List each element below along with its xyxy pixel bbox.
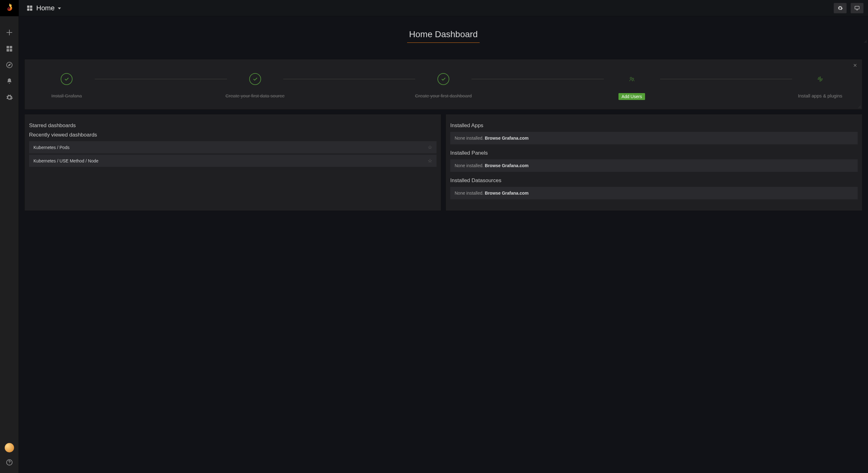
add-users-button[interactable]: Add Users (618, 93, 645, 100)
svg-rect-11 (27, 8, 29, 10)
svg-rect-2 (10, 46, 12, 48)
gs-step-label: Install apps & plugins (798, 93, 842, 98)
compass-icon (6, 61, 13, 69)
svg-point-16 (819, 78, 821, 80)
body-columns: Starred dashboards Recently viewed dashb… (24, 114, 862, 211)
installed-panels-empty: None installed. Browse Grafana.com (450, 159, 858, 172)
nav-bottom (0, 443, 19, 473)
browse-link[interactable]: Browse Grafana.com (485, 191, 529, 196)
view-mode-button[interactable] (850, 3, 864, 13)
svg-rect-10 (30, 5, 32, 7)
starred-dashboards-title: Starred dashboards (29, 123, 436, 129)
dashboards-grid-icon (6, 45, 13, 53)
nav-configuration[interactable] (0, 91, 19, 104)
svg-point-19 (820, 80, 821, 81)
plugins-panel: Installed Apps None installed. Browse Gr… (445, 114, 862, 211)
nav-create[interactable] (0, 26, 19, 39)
svg-rect-9 (27, 5, 29, 7)
bell-icon (6, 77, 13, 85)
svg-rect-3 (6, 49, 9, 52)
recent-dashboard-row[interactable]: Kubernetes / Pods ☆ (29, 141, 436, 154)
installed-panels-title: Installed Panels (450, 150, 858, 156)
apps-icon (814, 73, 827, 85)
svg-point-8 (9, 464, 10, 464)
installed-ds-empty: None installed. Browse Grafana.com (450, 187, 858, 199)
getting-started-panel: ✕ Install Grafana Create your first data… (24, 59, 862, 110)
nav-help[interactable] (0, 455, 19, 469)
dashboards-panel: Starred dashboards Recently viewed dashb… (24, 114, 441, 211)
gs-step-label: Create your first dashboard (415, 93, 472, 98)
dashboard-settings-button[interactable] (834, 3, 847, 13)
gs-step-label: Install Grafana (51, 93, 82, 98)
check-circle-icon (437, 73, 449, 85)
gs-connector (471, 79, 604, 79)
resize-handle-icon[interactable] (864, 40, 867, 43)
check-circle-icon (249, 73, 261, 85)
user-avatar[interactable] (5, 443, 14, 452)
svg-rect-12 (30, 8, 32, 10)
help-icon (6, 459, 13, 466)
svg-line-28 (821, 80, 822, 80)
dashboard-link: Kubernetes / Pods (33, 145, 69, 150)
header-right (834, 3, 864, 13)
empty-text: None installed. (455, 191, 485, 196)
nav-items (0, 26, 19, 104)
star-icon[interactable]: ☆ (428, 144, 432, 150)
svg-rect-1 (6, 46, 9, 48)
recent-dashboards-title: Recently viewed dashboards (29, 132, 436, 138)
nav-alerting[interactable] (0, 74, 19, 88)
gs-connector (660, 79, 792, 79)
installed-datasources-title: Installed Datasources (450, 177, 858, 184)
gs-step-add-users: Add Users (604, 73, 660, 100)
gear-icon (837, 5, 843, 11)
monitor-icon (854, 5, 860, 11)
gs-connector (95, 79, 227, 79)
chevron-down-icon (58, 7, 61, 9)
grafana-logo-icon (4, 3, 15, 13)
nav-explore[interactable] (0, 58, 19, 72)
dashboard-title: Home (36, 4, 55, 12)
close-getting-started[interactable]: ✕ (853, 63, 857, 68)
gs-step-data-source: Create your first data source (227, 73, 283, 98)
gs-step-label: Create your first data source (225, 93, 284, 98)
empty-text: None installed. (455, 163, 485, 168)
gs-step-dashboard: Create your first dashboard (415, 73, 471, 98)
getting-started-steps: Install Grafana Create your first data s… (32, 73, 855, 100)
main: Home Home Dashboard ✕ Install Grafana (19, 0, 868, 473)
nav-rail (0, 0, 19, 473)
star-icon[interactable]: ☆ (428, 158, 432, 164)
nav-dashboards[interactable] (0, 42, 19, 56)
svg-point-0 (8, 8, 10, 10)
gs-step-plugins[interactable]: Install apps & plugins (792, 73, 848, 98)
svg-point-21 (818, 79, 819, 80)
svg-point-17 (820, 77, 821, 78)
empty-text: None installed. (455, 136, 485, 141)
installed-apps-empty: None installed. Browse Grafana.com (450, 132, 858, 144)
top-header: Home (19, 0, 868, 16)
check-circle-icon (61, 73, 72, 85)
svg-marker-6 (8, 64, 10, 66)
svg-rect-13 (855, 6, 859, 9)
page-title-row: Home Dashboard (19, 29, 868, 43)
svg-point-23 (822, 79, 823, 80)
dashboard-dropdown[interactable]: Home (24, 3, 63, 13)
svg-point-15 (632, 78, 634, 80)
gs-connector (283, 79, 415, 79)
gear-icon (6, 94, 13, 101)
installed-apps-title: Installed Apps (450, 123, 858, 129)
recent-dashboard-row[interactable]: Kubernetes / USE Method / Node ☆ (29, 155, 436, 167)
page-title: Home Dashboard (407, 29, 479, 43)
plus-icon (6, 29, 13, 36)
gs-step-install-grafana: Install Grafana (38, 73, 95, 98)
resize-handle-icon[interactable] (858, 105, 861, 108)
grafana-logo[interactable] (0, 0, 19, 16)
browse-link[interactable]: Browse Grafana.com (485, 136, 529, 141)
svg-rect-4 (10, 49, 12, 52)
users-icon (626, 73, 638, 85)
dashboard-link: Kubernetes / USE Method / Node (33, 158, 98, 163)
svg-point-14 (630, 77, 632, 79)
dashboards-grid-icon (26, 5, 33, 11)
svg-line-26 (819, 78, 819, 78)
browse-link[interactable]: Browse Grafana.com (485, 163, 529, 168)
close-icon: ✕ (853, 63, 857, 68)
